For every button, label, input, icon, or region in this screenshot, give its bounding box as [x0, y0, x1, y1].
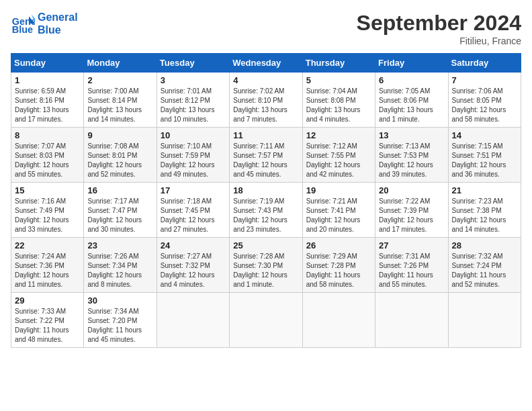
calendar-cell: 12Sunrise: 7:12 AM Sunset: 7:55 PM Dayli… [302, 128, 375, 183]
title-block: September 2024 Fitilieu, France [357, 11, 521, 46]
day-number: 29 [15, 295, 80, 306]
calendar-cell: 25Sunrise: 7:28 AM Sunset: 7:30 PM Dayli… [230, 238, 302, 293]
calendar-cell: 19Sunrise: 7:21 AM Sunset: 7:41 PM Dayli… [302, 183, 375, 238]
weekday-header-row: SundayMondayTuesdayWednesdayThursdayFrid… [11, 54, 521, 73]
day-info: Sunrise: 6:59 AM Sunset: 8:16 PM Dayligh… [15, 87, 80, 124]
weekday-header-sunday: Sunday [11, 54, 84, 73]
logo-general: General [38, 11, 78, 24]
day-info: Sunrise: 7:21 AM Sunset: 7:41 PM Dayligh… [306, 197, 371, 234]
calendar-cell: 14Sunrise: 7:15 AM Sunset: 7:51 PM Dayli… [448, 128, 521, 183]
day-info: Sunrise: 7:15 AM Sunset: 7:51 PM Dayligh… [452, 142, 517, 179]
calendar-cell: 10Sunrise: 7:10 AM Sunset: 7:59 PM Dayli… [157, 128, 229, 183]
day-number: 12 [306, 130, 371, 140]
calendar-cell: 28Sunrise: 7:32 AM Sunset: 7:24 PM Dayli… [448, 238, 521, 293]
calendar-cell: 21Sunrise: 7:23 AM Sunset: 7:38 PM Dayli… [448, 183, 521, 238]
calendar-cell: 4Sunrise: 7:02 AM Sunset: 8:10 PM Daylig… [230, 73, 302, 128]
day-number: 16 [87, 185, 152, 195]
day-number: 7 [452, 75, 517, 85]
location: Fitilieu, France [357, 36, 521, 46]
weekday-header-tuesday: Tuesday [157, 54, 229, 73]
calendar-cell: 5Sunrise: 7:04 AM Sunset: 8:08 PM Daylig… [302, 73, 375, 128]
day-info: Sunrise: 7:34 AM Sunset: 7:20 PM Dayligh… [87, 307, 152, 345]
day-info: Sunrise: 7:07 AM Sunset: 8:03 PM Dayligh… [15, 142, 80, 179]
logo-blue: Blue [38, 24, 78, 36]
calendar-cell: 7Sunrise: 7:06 AM Sunset: 8:05 PM Daylig… [448, 73, 521, 128]
calendar-cell: 29Sunrise: 7:33 AM Sunset: 7:22 PM Dayli… [11, 293, 84, 348]
calendar-cell: 20Sunrise: 7:22 AM Sunset: 7:39 PM Dayli… [375, 183, 448, 238]
day-info: Sunrise: 7:00 AM Sunset: 8:14 PM Dayligh… [87, 87, 152, 124]
logo-icon: General Blue [11, 11, 35, 36]
day-number: 2 [87, 75, 152, 85]
calendar-cell: 3Sunrise: 7:01 AM Sunset: 8:12 PM Daylig… [157, 73, 229, 128]
calendar-cell: 27Sunrise: 7:31 AM Sunset: 7:26 PM Dayli… [375, 238, 448, 293]
calendar-week-row: 1Sunrise: 6:59 AM Sunset: 8:16 PM Daylig… [11, 73, 521, 128]
calendar-cell [302, 293, 375, 348]
day-info: Sunrise: 7:11 AM Sunset: 7:57 PM Dayligh… [233, 142, 298, 179]
day-info: Sunrise: 7:02 AM Sunset: 8:10 PM Dayligh… [233, 87, 298, 124]
day-number: 4 [233, 75, 298, 85]
day-info: Sunrise: 7:22 AM Sunset: 7:39 PM Dayligh… [379, 197, 444, 234]
day-number: 1 [15, 75, 80, 85]
day-number: 25 [233, 240, 298, 250]
calendar-week-row: 15Sunrise: 7:16 AM Sunset: 7:49 PM Dayli… [11, 183, 521, 238]
day-number: 3 [161, 75, 226, 85]
day-info: Sunrise: 7:17 AM Sunset: 7:47 PM Dayligh… [87, 197, 152, 234]
weekday-header-wednesday: Wednesday [230, 54, 302, 73]
day-number: 8 [15, 130, 80, 140]
calendar-cell: 18Sunrise: 7:19 AM Sunset: 7:43 PM Dayli… [230, 183, 302, 238]
day-number: 11 [233, 130, 298, 140]
calendar-cell: 15Sunrise: 7:16 AM Sunset: 7:49 PM Dayli… [11, 183, 84, 238]
calendar-cell: 8Sunrise: 7:07 AM Sunset: 8:03 PM Daylig… [11, 128, 84, 183]
calendar-cell: 30Sunrise: 7:34 AM Sunset: 7:20 PM Dayli… [84, 293, 157, 348]
calendar-cell: 13Sunrise: 7:13 AM Sunset: 7:53 PM Dayli… [375, 128, 448, 183]
calendar-week-row: 29Sunrise: 7:33 AM Sunset: 7:22 PM Dayli… [11, 293, 521, 348]
day-info: Sunrise: 7:24 AM Sunset: 7:36 PM Dayligh… [15, 252, 80, 289]
day-info: Sunrise: 7:26 AM Sunset: 7:34 PM Dayligh… [87, 252, 152, 289]
day-info: Sunrise: 7:31 AM Sunset: 7:26 PM Dayligh… [379, 252, 444, 289]
day-info: Sunrise: 7:16 AM Sunset: 7:49 PM Dayligh… [15, 197, 80, 234]
calendar-cell [157, 293, 229, 348]
day-info: Sunrise: 7:33 AM Sunset: 7:22 PM Dayligh… [15, 307, 80, 345]
day-info: Sunrise: 7:18 AM Sunset: 7:45 PM Dayligh… [161, 197, 226, 234]
calendar-cell: 6Sunrise: 7:05 AM Sunset: 8:06 PM Daylig… [375, 73, 448, 128]
calendar-cell [230, 293, 302, 348]
calendar-week-row: 22Sunrise: 7:24 AM Sunset: 7:36 PM Dayli… [11, 238, 521, 293]
day-info: Sunrise: 7:08 AM Sunset: 8:01 PM Dayligh… [87, 142, 152, 179]
calendar-cell: 17Sunrise: 7:18 AM Sunset: 7:45 PM Dayli… [157, 183, 229, 238]
day-number: 26 [306, 240, 371, 250]
calendar-cell: 24Sunrise: 7:27 AM Sunset: 7:32 PM Dayli… [157, 238, 229, 293]
day-number: 17 [161, 185, 226, 195]
calendar-cell: 23Sunrise: 7:26 AM Sunset: 7:34 PM Dayli… [84, 238, 157, 293]
day-number: 27 [379, 240, 444, 250]
weekday-header-saturday: Saturday [448, 54, 521, 73]
day-number: 28 [452, 240, 517, 250]
day-number: 18 [233, 185, 298, 195]
day-info: Sunrise: 7:12 AM Sunset: 7:55 PM Dayligh… [306, 142, 371, 179]
day-info: Sunrise: 7:28 AM Sunset: 7:30 PM Dayligh… [233, 252, 298, 289]
calendar-table: SundayMondayTuesdayWednesdayThursdayFrid… [11, 53, 521, 348]
day-info: Sunrise: 7:06 AM Sunset: 8:05 PM Dayligh… [452, 87, 517, 124]
weekday-header-monday: Monday [84, 54, 157, 73]
logo: General Blue General Blue [11, 11, 78, 36]
day-info: Sunrise: 7:23 AM Sunset: 7:38 PM Dayligh… [452, 197, 517, 234]
day-number: 23 [87, 240, 152, 250]
day-info: Sunrise: 7:10 AM Sunset: 7:59 PM Dayligh… [161, 142, 226, 179]
calendar-cell: 22Sunrise: 7:24 AM Sunset: 7:36 PM Dayli… [11, 238, 84, 293]
calendar-cell [375, 293, 448, 348]
day-number: 24 [161, 240, 226, 250]
day-info: Sunrise: 7:05 AM Sunset: 8:06 PM Dayligh… [379, 87, 444, 124]
day-number: 19 [306, 185, 371, 195]
calendar-cell: 2Sunrise: 7:00 AM Sunset: 8:14 PM Daylig… [84, 73, 157, 128]
weekday-header-thursday: Thursday [302, 54, 375, 73]
svg-text:Blue: Blue [12, 25, 33, 36]
day-info: Sunrise: 7:32 AM Sunset: 7:24 PM Dayligh… [452, 252, 517, 289]
day-number: 6 [379, 75, 444, 85]
day-info: Sunrise: 7:19 AM Sunset: 7:43 PM Dayligh… [233, 197, 298, 234]
day-info: Sunrise: 7:27 AM Sunset: 7:32 PM Dayligh… [161, 252, 226, 289]
month-title: September 2024 [357, 11, 521, 36]
calendar-cell [448, 293, 521, 348]
day-info: Sunrise: 7:01 AM Sunset: 8:12 PM Dayligh… [161, 87, 226, 124]
day-number: 21 [452, 185, 517, 195]
day-number: 20 [379, 185, 444, 195]
weekday-header-friday: Friday [375, 54, 448, 73]
